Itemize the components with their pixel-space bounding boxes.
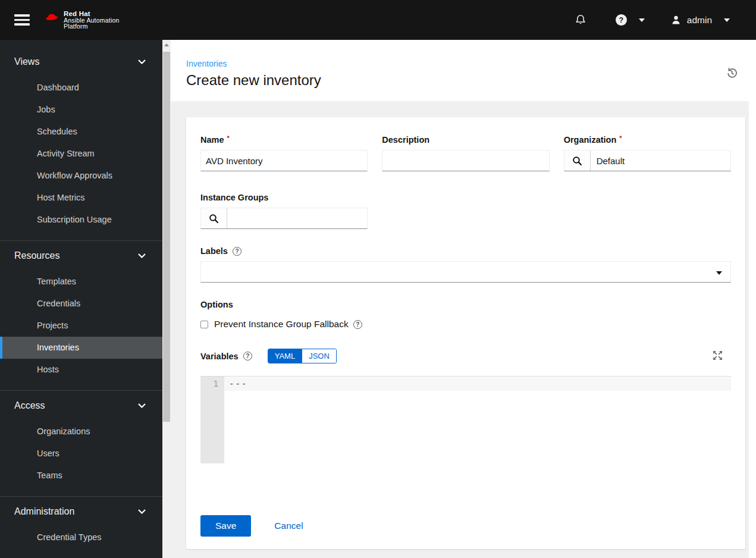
sidebar-item-credential-types[interactable]: Credential Types (0, 526, 162, 548)
organization-field-group: Organization * (564, 131, 731, 171)
instance-groups-search-button[interactable] (201, 208, 227, 228)
breadcrumb[interactable]: Inventories (186, 59, 227, 68)
sidebar-item-inventories[interactable]: Inventories (0, 337, 162, 359)
json-toggle-button[interactable]: JSON (302, 349, 336, 363)
chevron-down-icon (138, 509, 146, 514)
prevent-instance-group-fallback-checkbox[interactable] (200, 321, 208, 328)
help-button[interactable]: ? (616, 14, 627, 26)
editor-line-number: 1 (200, 377, 218, 391)
organization-input[interactable] (591, 151, 730, 171)
editor-active-line: --- (224, 377, 731, 391)
sidebar-item-teams[interactable]: Teams (0, 465, 162, 487)
nav-group-resources-header[interactable]: Resources (0, 241, 162, 271)
sidebar-item-host-metrics[interactable]: Host Metrics (0, 187, 162, 209)
labels-field-group: Labels ? (200, 246, 731, 283)
sidebar: Views Dashboard Jobs Schedules Activity … (0, 40, 162, 558)
sidebar-scrollbar[interactable] (162, 40, 171, 558)
editor-gutter: 1 (200, 377, 224, 463)
hamburger-menu-icon[interactable] (14, 12, 30, 28)
content-scrollbar-track[interactable] (749, 40, 756, 558)
nav-group-resources: Resources Templates Credentials Projects… (0, 241, 162, 382)
description-field-group: Description (382, 131, 549, 171)
sidebar-scrollbar-thumb[interactable] (163, 52, 170, 422)
form-actions: Save Cancel (200, 515, 731, 537)
chevron-down-icon (138, 59, 146, 64)
brand: Red Hat Ansible Automation Platform (45, 11, 120, 29)
sidebar-item-organizations[interactable]: Organizations (0, 421, 162, 443)
scrollbar-up-arrow-icon[interactable] (164, 43, 169, 46)
description-input[interactable] (382, 150, 549, 171)
chevron-down-icon (138, 253, 146, 258)
expand-arrows-icon (713, 350, 723, 360)
user-caret-down-icon (724, 18, 730, 22)
nav-group-resources-label: Resources (14, 250, 59, 261)
expand-editor-button[interactable] (713, 350, 723, 362)
save-button[interactable]: Save (200, 515, 251, 537)
nav-group-administration: Administration Credential Types (0, 497, 162, 550)
create-inventory-form-card: Name * Description Organization * (186, 117, 745, 549)
labels-help-icon[interactable]: ? (233, 247, 241, 256)
name-field-group: Name * (200, 131, 368, 171)
select-caret-down-icon (716, 271, 722, 275)
name-label: Name (200, 135, 224, 145)
organization-search-button[interactable] (564, 151, 591, 171)
labels-label: Labels (200, 246, 228, 256)
prevent-instance-group-fallback-label: Prevent Instance Group Fallback (214, 319, 349, 330)
description-label: Description (382, 135, 429, 145)
main-content: Inventories Create new inventory Name * (171, 40, 749, 558)
variables-label: Variables (200, 352, 239, 361)
variables-mode-toggle: YAML JSON (268, 349, 337, 363)
organization-label: Organization (564, 135, 617, 145)
editor-code-area[interactable]: --- (224, 377, 731, 463)
sidebar-item-schedules[interactable]: Schedules (0, 121, 162, 143)
brand-line3: Platform (64, 23, 120, 29)
nav-group-views-header[interactable]: Views (0, 47, 162, 77)
history-button[interactable] (725, 66, 738, 81)
page-header: Inventories Create new inventory (171, 40, 749, 101)
yaml-toggle-button[interactable]: YAML (268, 349, 302, 363)
sidebar-item-workflow-approvals[interactable]: Workflow Approvals (0, 165, 162, 187)
options-section: Options Prevent Instance Group Fallback … (200, 300, 731, 330)
nav-group-administration-label: Administration (14, 506, 74, 517)
bell-icon (575, 14, 586, 26)
instance-groups-label: Instance Groups (200, 193, 268, 202)
required-asterisk: * (227, 134, 230, 142)
nav-group-access-header[interactable]: Access (0, 391, 162, 421)
nav-group-views: Views Dashboard Jobs Schedules Activity … (0, 47, 162, 232)
sidebar-item-projects[interactable]: Projects (0, 315, 162, 337)
variables-section: Variables ? YAML JSON (200, 349, 731, 463)
user-menu-button[interactable]: admin (671, 15, 730, 26)
instance-groups-field-group: Instance Groups (200, 193, 368, 229)
notifications-button[interactable] (575, 14, 586, 26)
sidebar-item-hosts[interactable]: Hosts (0, 359, 162, 381)
variables-code-editor[interactable]: 1 --- (200, 376, 731, 463)
name-input[interactable] (200, 150, 368, 171)
topbar: Red Hat Ansible Automation Platform ? ad… (0, 0, 756, 40)
sidebar-item-templates[interactable]: Templates (0, 271, 162, 293)
redhat-fedora-icon (45, 12, 58, 21)
help-caret-down-icon[interactable] (639, 18, 645, 22)
nav-group-administration-header[interactable]: Administration (0, 497, 162, 526)
sidebar-item-jobs[interactable]: Jobs (0, 99, 162, 121)
user-icon (671, 15, 681, 25)
options-heading: Options (200, 300, 731, 309)
page-title: Create new inventory (186, 72, 749, 89)
nav-group-access: Access Organizations Users Teams (0, 391, 162, 488)
sidebar-item-activity-stream[interactable]: Activity Stream (0, 143, 162, 165)
chevron-down-icon (138, 403, 146, 408)
sidebar-item-subscription-usage[interactable]: Subscription Usage (0, 209, 162, 231)
search-icon (209, 214, 219, 224)
search-icon (572, 156, 582, 166)
user-name: admin (687, 15, 712, 26)
required-asterisk: * (619, 134, 622, 142)
labels-select[interactable] (200, 261, 731, 283)
variables-help-icon[interactable]: ? (243, 352, 252, 360)
prevent-fallback-help-icon[interactable]: ? (353, 320, 362, 329)
sidebar-item-users[interactable]: Users (0, 443, 162, 465)
sidebar-item-credentials[interactable]: Credentials (0, 293, 162, 315)
sidebar-item-dashboard[interactable]: Dashboard (0, 77, 162, 99)
cancel-button[interactable]: Cancel (271, 520, 306, 532)
instance-groups-input[interactable] (227, 208, 367, 228)
help-icon: ? (616, 14, 627, 26)
nav-group-views-label: Views (14, 57, 39, 67)
